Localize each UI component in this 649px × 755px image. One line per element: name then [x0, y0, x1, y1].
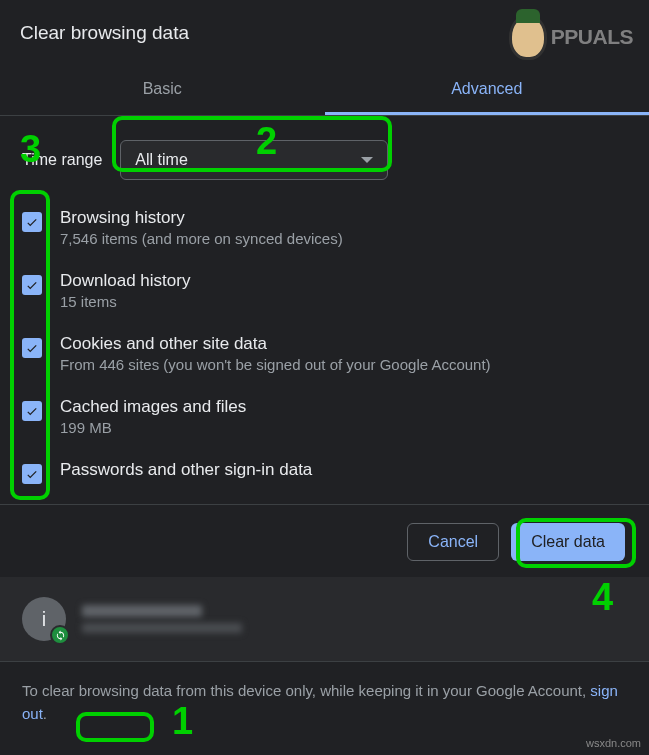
sync-badge-icon — [50, 625, 70, 645]
check-icon — [25, 467, 39, 481]
time-range-value: All time — [135, 151, 187, 169]
account-section: i — [0, 577, 649, 661]
option-label: Download history — [60, 271, 190, 291]
option-label: Cached images and files — [60, 397, 246, 417]
footer-suffix: . — [43, 705, 47, 722]
checkbox-cookies[interactable] — [22, 338, 42, 358]
option-cache: Cached images and files 199 MB — [18, 387, 631, 450]
watermark: wsxdn.com — [586, 737, 641, 749]
option-cookies: Cookies and other site data From 446 sit… — [18, 324, 631, 387]
option-sub: 7,546 items (and more on synced devices) — [60, 230, 343, 247]
check-icon — [25, 404, 39, 418]
check-icon — [25, 278, 39, 292]
option-passwords: Passwords and other sign-in data — [18, 450, 631, 498]
option-download-history: Download history 15 items — [18, 261, 631, 324]
chevron-down-icon — [361, 157, 373, 163]
account-info — [82, 605, 242, 633]
avatar: i — [22, 597, 66, 641]
option-label: Cookies and other site data — [60, 334, 491, 354]
checkbox-passwords[interactable] — [22, 464, 42, 484]
dialog-buttons: Cancel Clear data — [0, 504, 649, 577]
avatar-initial: i — [42, 608, 46, 631]
account-name-redacted — [82, 605, 202, 617]
option-label: Browsing history — [60, 208, 343, 228]
check-icon — [25, 341, 39, 355]
tab-basic[interactable]: Basic — [0, 66, 325, 115]
time-range-label: Time range — [22, 151, 102, 169]
option-sub: 15 items — [60, 293, 190, 310]
footer-prefix: To clear browsing data from this device … — [22, 682, 590, 699]
clear-data-button[interactable]: Clear data — [511, 523, 625, 561]
check-icon — [25, 215, 39, 229]
option-browsing-history: Browsing history 7,546 items (and more o… — [18, 198, 631, 261]
tabs: Basic Advanced — [0, 66, 649, 116]
account-email-redacted — [82, 623, 242, 633]
logo-face-icon — [509, 14, 547, 60]
option-sub: 199 MB — [60, 419, 246, 436]
checkbox-cache[interactable] — [22, 401, 42, 421]
tab-advanced[interactable]: Advanced — [325, 66, 650, 115]
option-sub: From 446 sites (you won't be signed out … — [60, 356, 491, 373]
logo-text: PPUALS — [551, 25, 633, 49]
checkbox-browsing-history[interactable] — [22, 212, 42, 232]
cancel-button[interactable]: Cancel — [407, 523, 499, 561]
options-list: Browsing history 7,546 items (and more o… — [0, 198, 649, 498]
appuals-logo: PPUALS — [509, 14, 633, 60]
footer-note: To clear browsing data from this device … — [0, 661, 649, 743]
checkbox-download-history[interactable] — [22, 275, 42, 295]
time-range-row: Time range All time — [0, 116, 649, 198]
clear-browsing-data-dialog: Clear browsing data PPUALS Basic Advance… — [0, 0, 649, 755]
option-label: Passwords and other sign-in data — [60, 460, 312, 480]
time-range-select[interactable]: All time — [120, 140, 388, 180]
